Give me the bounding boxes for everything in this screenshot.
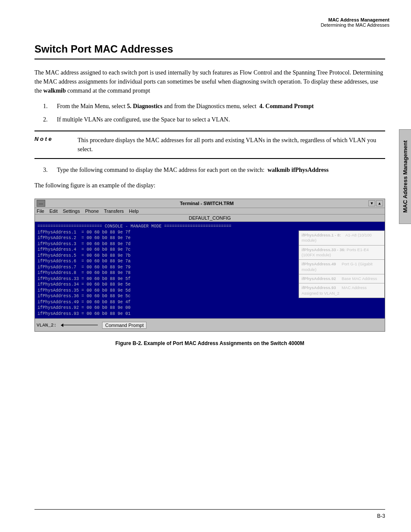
arrow-indicator <box>61 324 98 327</box>
terminal-title: Terminal - SWITCH.TRM <box>45 201 368 206</box>
menu-phone[interactable]: Phone <box>85 208 99 214</box>
terminal-bottom-bar: VLAN_2: Command Prompt <box>35 318 385 331</box>
terminal-annotations: ifPhysAddress.1 - 8: A1-A8 (10/100 modul… <box>299 230 385 298</box>
main-content: Switch Port MAC Addresses The MAC addres… <box>34 43 385 346</box>
header-subtitle: Determining the MAC Addresses <box>321 22 389 28</box>
side-tab: MAC Address Management <box>399 129 411 224</box>
figure-caption: Figure B-2. Example of Port MAC Address … <box>34 340 385 346</box>
arrow-line-bar <box>63 325 98 325</box>
command-prompt-label: Command Prompt <box>102 322 146 329</box>
figure-caption-bold: Figure B-2. Example of Port MAC Address … <box>115 340 305 346</box>
list-item-3: 3. Type the following command to display… <box>43 165 385 174</box>
menu-file[interactable]: File <box>37 208 44 214</box>
header-title: MAC Address Management <box>321 17 389 22</box>
chapter-title: Switch Port MAC Addresses <box>34 43 385 59</box>
annotation-3: ifPhysAddress.49 Port G-1 (Gigabit modul… <box>299 260 384 274</box>
terminal-system-menu[interactable]: — <box>37 200 45 207</box>
annotation-addr-2: ifPhysAddress.33 - 36: <box>302 247 346 252</box>
note-text: This procedure displays the MAC addresse… <box>78 136 385 154</box>
list-text-3: Type the following command to display th… <box>57 165 329 174</box>
menu-settings[interactable]: Settings <box>63 208 80 214</box>
bold-5-diagnostics: 5. Diagnostics <box>127 103 162 109</box>
annotation-addr-4: ifPhysAddress.92 <box>302 276 340 281</box>
menu-transfers[interactable]: Transfers <box>104 208 124 214</box>
terminal-menubar: File Edit Settings Phone Transfers Help <box>35 208 385 215</box>
annotation-desc-4: Base MAC Address <box>342 276 377 281</box>
note-label: N o t e <box>34 136 69 154</box>
page-header: MAC Address Management Determining the M… <box>321 17 389 28</box>
list-text-2: If multiple VLANs are configured, use th… <box>57 115 230 124</box>
bold-4-command-prompt: 4. Command Prompt <box>259 103 314 109</box>
walkmib-bold: walkmib <box>44 87 66 94</box>
vlan-prompt: VLAN_2: <box>37 323 56 328</box>
list-num-3: 3. <box>43 165 52 174</box>
terminal-controls: ▼ ▲ <box>368 200 383 206</box>
terminal-titlebar: — Terminal - SWITCH.TRM ▼ ▲ <box>35 199 385 208</box>
figure-intro-text: The following figure is an example of th… <box>34 181 385 190</box>
list-item-2: 2. If multiple VLANs are configured, use… <box>43 115 385 124</box>
terminal-maximize-btn[interactable]: ▲ <box>376 200 383 206</box>
page-number: B-3 <box>377 513 385 519</box>
walkmib-ifphys-bold: walkmib ifPhysAddress <box>268 167 329 173</box>
terminal-window: — Terminal - SWITCH.TRM ▼ ▲ File Edit Se… <box>34 199 385 332</box>
terminal-screen: ========================= CONSOLE - MANA… <box>35 222 385 318</box>
numbered-list: 1. From the Main Menu, select 5. Diagnos… <box>43 102 385 124</box>
numbered-list-2: 3. Type the following command to display… <box>43 165 385 174</box>
list-text-1: From the Main Menu, select 5. Diagnostic… <box>57 102 314 111</box>
page-footer: B-3 <box>34 509 385 519</box>
body-paragraph: The MAC address assigned to each switch … <box>34 68 385 95</box>
list-num-1: 1. <box>43 102 52 111</box>
annotation-4: ifPhysAddress.92 Base MAC Address <box>299 274 384 283</box>
annotation-addr-1: ifPhysAddress.1 - 8: <box>302 233 344 237</box>
list-num-2: 2. <box>43 115 52 124</box>
list-item-1: 1. From the Main Menu, select 5. Diagnos… <box>43 102 385 111</box>
annotation-2: ifPhysAddress.33 - 36: Ports E1-E4 (100F… <box>299 246 384 260</box>
side-tab-label: MAC Address Management <box>402 140 408 213</box>
annotation-1: ifPhysAddress.1 - 8: A1-A8 (10/100 modul… <box>299 231 384 246</box>
note-box: N o t e This procedure displays the MAC … <box>34 131 385 159</box>
annotation-addr-5: ifPhysAddress.93 <box>302 285 340 290</box>
menu-help[interactable]: Help <box>129 208 139 214</box>
terminal-toolbar: DEFAULT_CONFIG <box>35 215 385 222</box>
annotation-5: ifPhysAddress.93 MAC Address Assigned to… <box>299 283 384 298</box>
annotation-addr-3: ifPhysAddress.49 <box>302 261 340 266</box>
terminal-minimize-btn[interactable]: ▼ <box>368 200 375 206</box>
menu-edit[interactable]: Edit <box>50 208 58 214</box>
